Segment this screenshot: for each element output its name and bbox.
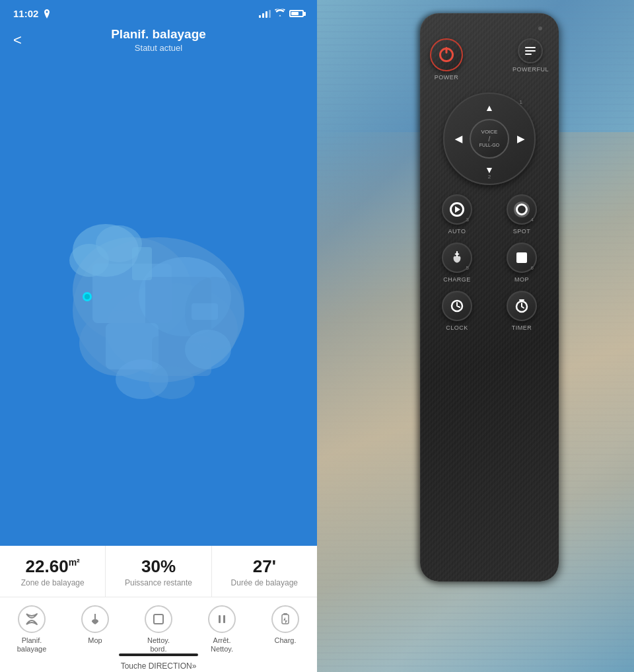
arret-icon: [208, 605, 236, 633]
arret-label: Arrêt.Nettoy.: [211, 636, 233, 653]
power-button[interactable]: [430, 38, 463, 71]
charge-icon: [450, 250, 464, 265]
spot-icon: [516, 204, 528, 215]
svg-rect-23: [219, 615, 221, 623]
charge-num: 5: [466, 265, 469, 271]
location-icon: [43, 9, 51, 19]
dpad-left[interactable]: ◀: [448, 129, 468, 149]
map-area: [0, 61, 317, 546]
auto-label: AUTO: [448, 228, 466, 235]
nav-item-arret[interactable]: Arrêt.Nettoy.: [195, 605, 248, 653]
mop-label: Mop: [88, 636, 102, 645]
remote-sensor: [538, 26, 542, 30]
power-value: 30%: [112, 558, 204, 575]
wifi-icon: [275, 9, 285, 19]
clock-group: CLOCK: [430, 291, 484, 331]
app-header: < Planif. balayage Statut actuel: [0, 22, 317, 61]
dpad-up[interactable]: ▲: [479, 98, 499, 118]
status-bar-left: 11:02: [13, 8, 51, 19]
nettoy-icon: [145, 605, 172, 633]
function-buttons: 3 AUTO 4 SPOT 5: [430, 194, 549, 331]
clock-button[interactable]: [442, 291, 472, 321]
svg-point-15: [149, 366, 195, 399]
nav-item-mop[interactable]: Mop: [69, 605, 122, 653]
dpad: ▲ ▼ ◀ ▶ VOICE / FULL-GO 1 2: [443, 93, 536, 185]
charg-icon: [271, 605, 299, 633]
charg-label: Charg.: [274, 636, 296, 645]
powerful-label: POWERFUL: [512, 66, 549, 73]
power-group: POWER: [430, 38, 463, 81]
nettoy-label: Nettoy.bord.: [147, 636, 170, 653]
bottom-nav: Planif.balayage Mop Nettoy.bord.: [0, 597, 317, 659]
nav-item-charg[interactable]: Charg.: [259, 605, 312, 653]
dpad-num1: 1: [520, 99, 522, 105]
nav-item-nettoy[interactable]: Nettoy.bord.: [132, 605, 185, 653]
stat-duration: 27' Durée de balayage: [212, 546, 317, 597]
dpad-num2: 2: [488, 174, 491, 180]
phone-app-panel: 11:02 < Planif. balayage Statut actuel: [0, 0, 317, 672]
duration-label: Durée de balayage: [219, 578, 310, 587]
direction-hint: Touche DIRECTION»: [0, 659, 317, 672]
time-display: 11:02: [13, 8, 38, 19]
signal-bars: [259, 10, 271, 18]
dpad-right[interactable]: ▶: [511, 129, 530, 149]
mop-button[interactable]: 6: [507, 243, 537, 273]
auto-icon: [450, 202, 464, 217]
mop-icon-container: [81, 605, 109, 633]
spot-group: 4 SPOT: [495, 194, 549, 235]
svg-rect-24: [223, 615, 225, 623]
nav-item-planif[interactable]: Planif.balayage: [5, 605, 58, 653]
clock-icon: [450, 299, 464, 313]
page-title: Planif. balayage: [13, 27, 304, 42]
fullgo-label: FULL-GO: [479, 143, 499, 148]
header-center: Planif. balayage Statut actuel: [13, 27, 304, 53]
area-value: 22.60m²: [7, 558, 98, 575]
power-icon: [439, 48, 454, 62]
powerful-button[interactable]: [518, 38, 543, 63]
timer-icon: [514, 299, 529, 313]
battery-icon: [289, 10, 304, 17]
powerful-icon: [525, 46, 536, 56]
duration-value: 27': [219, 558, 310, 575]
svg-point-13: [185, 330, 231, 369]
svg-marker-27: [283, 617, 287, 624]
charge-group: 5 CHARGE: [430, 243, 484, 283]
power-label: Puissance restante: [112, 578, 204, 587]
remote-control: POWER POWERFUL ▲ ▼ ◀ ▶ VOICE / FULL-GO: [420, 13, 559, 581]
svg-point-19: [85, 294, 90, 299]
spot-num: 4: [531, 217, 534, 223]
mop-num: 6: [531, 265, 534, 271]
back-button[interactable]: <: [13, 32, 22, 49]
mop-label: MOP: [514, 276, 529, 283]
charge-button[interactable]: 5: [442, 243, 472, 273]
planif-label: Planif.balayage: [17, 636, 47, 653]
planif-icon: [18, 605, 46, 633]
mop-stop-icon: [516, 252, 527, 263]
voice-label: VOICE: [481, 130, 498, 135]
home-indicator: [119, 653, 198, 656]
powerful-group: POWERFUL: [512, 38, 549, 73]
svg-rect-16: [132, 247, 152, 280]
timer-label: TIMER: [512, 324, 532, 331]
stat-power: 30% Puissance restante: [106, 546, 211, 597]
charge-label: CHARGE: [443, 276, 471, 283]
photo-panel: POWER POWERFUL ▲ ▼ ◀ ▶ VOICE / FULL-GO: [317, 0, 634, 672]
auto-group: 3 AUTO: [430, 194, 484, 235]
svg-rect-17: [192, 303, 218, 320]
floor-map: [40, 145, 277, 462]
page-subtitle: Statut actuel: [13, 43, 304, 53]
mop-group: 6 MOP: [495, 243, 549, 283]
timer-button[interactable]: [507, 291, 537, 321]
auto-button[interactable]: 3: [442, 194, 472, 225]
status-bar: 11:02: [0, 0, 317, 22]
status-bar-right: [259, 9, 304, 19]
spot-button[interactable]: 4: [507, 194, 537, 225]
spot-label: SPOT: [513, 228, 531, 235]
dpad-center[interactable]: VOICE / FULL-GO: [470, 119, 509, 159]
auto-num: 3: [466, 217, 469, 223]
stat-area: 22.60m² Zone de balayage: [0, 546, 106, 597]
slash-label: /: [489, 135, 491, 143]
power-label: POWER: [435, 74, 459, 81]
area-label: Zone de balayage: [7, 578, 98, 587]
remote-top-row: POWER POWERFUL: [430, 38, 549, 81]
